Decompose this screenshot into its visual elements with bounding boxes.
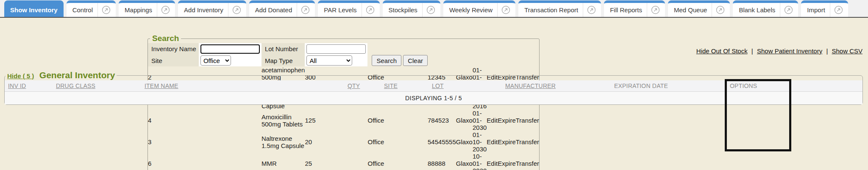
tab-divider: [157, 3, 157, 17]
cell-lot: 54545555: [428, 131, 456, 153]
tab-divider: [647, 3, 647, 17]
tab-label: Mappings: [124, 6, 153, 14]
tab-divider: [422, 3, 423, 17]
cell-site: Office: [367, 131, 428, 153]
transfer-link[interactable]: Transfer: [516, 138, 539, 145]
tab-par-levels[interactable]: PAR Levels: [318, 0, 379, 17]
column-label-manufacturer[interactable]: MANUFACTURER: [505, 82, 556, 89]
column-qty: QTY: [344, 80, 381, 92]
cell-site: Office: [367, 153, 428, 170]
tab-label: Fill Reports: [609, 6, 643, 14]
tab-show-inventory[interactable]: Show Inventory: [4, 0, 64, 17]
inventory-page: Show InventoryControlMappingsAdd Invento…: [0, 0, 868, 170]
tab-add-inventory[interactable]: Add Inventory: [178, 0, 246, 17]
search-legend: Search: [150, 34, 181, 43]
column-expiration_date: EXPIRATION DATE: [611, 80, 726, 92]
tab-transaction-report[interactable]: Transaction Report: [518, 0, 601, 17]
expire-link[interactable]: Expire: [498, 160, 516, 167]
expire-link[interactable]: Expire: [498, 138, 516, 145]
link-separator: |: [826, 47, 828, 55]
column-label-options: OPTIONS: [730, 82, 757, 89]
cell-inv_id: 6: [148, 153, 199, 170]
open-in-new-icon[interactable]: [426, 5, 435, 14]
clear-button[interactable]: Clear: [403, 55, 428, 66]
link-separator: |: [751, 47, 753, 55]
cell-options: EditExpireTransfer: [487, 131, 539, 153]
column-label-site[interactable]: SITE: [384, 82, 398, 89]
open-in-new-icon[interactable]: [587, 5, 596, 14]
tab-weekly-review[interactable]: Weekly Review: [443, 0, 515, 17]
column-label-inv_id[interactable]: INV ID: [8, 82, 26, 89]
open-in-new-icon[interactable]: [232, 5, 241, 14]
open-in-new-icon[interactable]: [501, 5, 510, 14]
column-label-drug_class[interactable]: DRUG CLASS: [56, 82, 95, 89]
open-in-new-icon[interactable]: [834, 5, 843, 14]
cell-expiration_date: 01-10-2030: [473, 131, 487, 153]
lot-number-input[interactable]: [306, 44, 366, 54]
column-label-expiration_date: EXPIRATION DATE: [614, 82, 668, 89]
site-select[interactable]: Office: [200, 55, 231, 66]
column-item_name: ITEM NAME: [141, 80, 344, 92]
inventory-panel: Hide ( 5 ) General Inventory INV IDDRUG …: [4, 70, 863, 105]
cell-drug_class: [199, 110, 262, 131]
column-options: OPTIONS: [726, 80, 862, 92]
inventory-table-foot: DISPLAYING 1-5 / 5: [5, 92, 862, 105]
edit-link[interactable]: Edit: [487, 117, 498, 124]
tab-label: Transaction Report: [523, 6, 579, 14]
tab-label: Weekly Review: [448, 6, 493, 14]
map-type-select[interactable]: All: [306, 55, 352, 66]
tab-med-queue[interactable]: Med Queue: [668, 0, 730, 17]
header-row: INV IDDRUG CLASSITEM NAMEQTYSITELOTMANUF…: [5, 80, 862, 92]
column-inv_id: INV ID: [5, 80, 53, 92]
cell-options: EditExpireTransfer: [487, 110, 539, 131]
hide-out-of-stock-link[interactable]: Hide Out Of Stock: [696, 47, 748, 55]
map-type-label: Map Type: [262, 55, 305, 66]
column-label-qty[interactable]: QTY: [348, 82, 360, 89]
tab-blank-labels[interactable]: Blank Labels: [733, 0, 798, 17]
cell-qty: 20: [305, 131, 367, 153]
column-site: SITE: [381, 80, 428, 92]
column-label-lot[interactable]: LOT: [432, 82, 444, 89]
cell-inv_id: 3: [148, 131, 199, 153]
open-in-new-icon[interactable]: [366, 5, 375, 14]
tab-add-donated[interactable]: Add Donated: [249, 0, 315, 17]
cell-item_name: Amoxicillin 500mg Tablets: [262, 110, 305, 131]
tab-control[interactable]: Control: [67, 0, 116, 17]
cell-options: EditExpireTransfer: [487, 153, 539, 170]
cell-manufacturer: Glaxo: [456, 131, 473, 153]
column-lot: LOT: [428, 80, 502, 92]
tab-label: Stockpiles: [388, 6, 418, 14]
transfer-link[interactable]: Transfer: [516, 117, 539, 124]
tab-stockpiles[interactable]: Stockpiles: [383, 0, 440, 17]
column-label-item_name[interactable]: ITEM NAME: [145, 82, 178, 89]
edit-link[interactable]: Edit: [487, 160, 498, 167]
open-in-new-icon[interactable]: [301, 5, 310, 14]
open-in-new-icon[interactable]: [102, 5, 111, 14]
open-in-new-icon[interactable]: [651, 5, 660, 14]
tab-mappings[interactable]: Mappings: [119, 0, 175, 17]
tab-import[interactable]: Import: [801, 0, 848, 17]
transfer-link[interactable]: Transfer: [516, 160, 539, 167]
column-manufacturer: MANUFACTURER: [502, 80, 611, 92]
hide-link[interactable]: Hide ( 5 ): [7, 72, 34, 80]
show-patient-inventory-link[interactable]: Show Patient Inventory: [757, 47, 822, 55]
open-in-new-icon[interactable]: [716, 5, 725, 14]
cell-qty: 125: [305, 110, 367, 131]
inventory-table-head: INV IDDRUG CLASSITEM NAMEQTYSITELOTMANUF…: [5, 80, 862, 92]
open-in-new-icon[interactable]: [784, 5, 793, 14]
cell-expiration_date: 10-01-2030: [473, 153, 487, 170]
edit-link[interactable]: Edit: [487, 138, 498, 145]
tab-divider: [712, 3, 712, 17]
open-in-new-icon[interactable]: [161, 5, 170, 14]
expire-link[interactable]: Expire: [498, 117, 516, 124]
tab-divider: [228, 3, 228, 17]
search-button[interactable]: Search: [372, 55, 401, 66]
tab-label: Show Inventory: [9, 6, 58, 14]
tab-fill-reports[interactable]: Fill Reports: [604, 0, 665, 17]
tab-label: Add Inventory: [183, 6, 224, 14]
inventory-name-input[interactable]: [200, 44, 260, 54]
cell-lot: 784523: [428, 110, 456, 131]
show-csv-link[interactable]: Show CSV: [832, 47, 862, 55]
tab-bar: Show InventoryControlMappingsAdd Invento…: [0, 0, 868, 18]
cell-item_name: Naltrexone 1.5mg Capsule: [262, 131, 305, 153]
